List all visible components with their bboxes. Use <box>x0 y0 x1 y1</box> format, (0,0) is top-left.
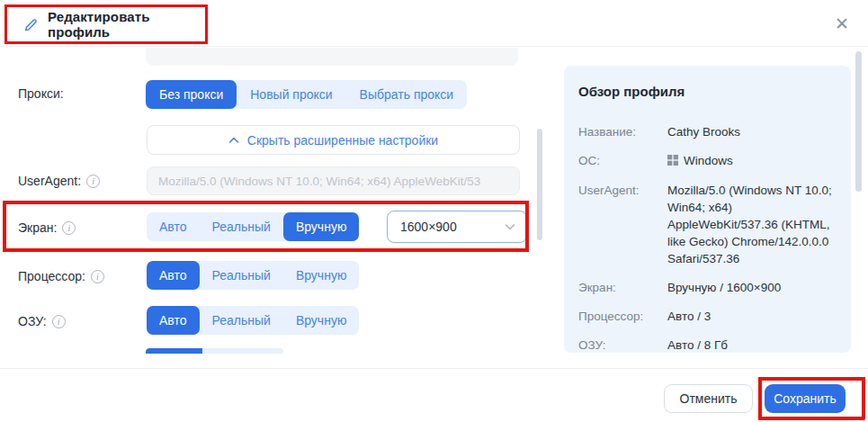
info-icon[interactable]: i <box>91 270 104 283</box>
ram-option-manual[interactable]: Вручную <box>283 306 360 335</box>
ram-option-real[interactable]: Реальный <box>200 306 283 335</box>
screen-label: Экран: i <box>18 220 76 235</box>
info-icon[interactable]: i <box>86 175 100 188</box>
resolution-value: 1600×900 <box>400 220 457 234</box>
cpu-label: Процессор: i <box>18 269 104 283</box>
form-scrollbar[interactable] <box>537 129 542 240</box>
scrolled-segmented-control-partial <box>146 348 283 354</box>
modal-scrollbar[interactable] <box>855 51 862 192</box>
scrolled-field-partial <box>146 48 518 66</box>
hide-advanced-settings-button[interactable]: Скрыть расширенные настройки <box>147 125 520 155</box>
cancel-button[interactable]: Отменить <box>664 384 753 413</box>
info-icon[interactable]: i <box>52 315 66 328</box>
close-icon[interactable]: ✕ <box>830 12 854 35</box>
profile-overview-panel: Обзор профиля Название: Cathy Brooks ОС:… <box>564 66 851 353</box>
useragent-input[interactable] <box>147 166 520 195</box>
annotation-box-title: Редактировать профиль <box>4 4 208 44</box>
cpu-segmented-control: Авто Реальный Вручную <box>147 261 359 290</box>
pencil-icon <box>23 17 39 32</box>
overview-row-name: Название: Cathy Brooks <box>578 123 835 140</box>
screen-option-manual[interactable]: Вручную <box>283 212 360 241</box>
save-button[interactable]: Сохранить <box>765 384 846 413</box>
ram-label: ОЗУ: i <box>18 314 66 328</box>
ram-segmented-control: Авто Реальный Вручную <box>147 306 359 335</box>
windows-icon <box>667 153 678 170</box>
proxy-label: Прокси: <box>18 86 64 101</box>
overview-row-screen: Экран: Вручную / 1600×900 <box>578 279 835 296</box>
screen-segmented-control: Авто Реальный Вручную <box>147 212 359 241</box>
overview-row-useragent: UserAgent: Mozilla/5.0 (Windows NT 10.0;… <box>578 182 835 267</box>
cpu-option-auto[interactable]: Авто <box>147 261 200 290</box>
proxy-option-select-proxy[interactable]: Выбрать прокси <box>346 80 468 109</box>
proxy-segmented-control: Без прокси Новый прокси Выбрать прокси <box>146 80 467 109</box>
overview-row-ram: ОЗУ: Авто / 8 Гб <box>578 337 835 354</box>
info-icon[interactable]: i <box>62 221 76 235</box>
screen-option-auto[interactable]: Авто <box>147 212 200 241</box>
chevron-up-icon <box>228 137 239 144</box>
resolution-dropdown[interactable]: 1600×900 <box>387 211 527 243</box>
useragent-label: UserAgent: i <box>18 174 100 188</box>
overview-row-os: ОС: Windows <box>578 152 835 170</box>
overview-title: Обзор профиля <box>578 84 835 99</box>
edit-profile-modal: Редактировать профиль ✕ Прокси: Без прок… <box>0 0 868 422</box>
header-divider <box>0 46 868 47</box>
cpu-option-manual[interactable]: Вручную <box>283 261 360 290</box>
proxy-option-new-proxy[interactable]: Новый прокси <box>237 80 345 109</box>
cpu-option-real[interactable]: Реальный <box>200 261 283 290</box>
os-value: Windows <box>684 154 733 167</box>
ram-option-auto[interactable]: Авто <box>147 306 200 335</box>
chevron-down-icon <box>505 223 515 230</box>
screen-option-real[interactable]: Реальный <box>200 212 283 241</box>
footer-divider <box>0 368 868 369</box>
proxy-option-no-proxy[interactable]: Без прокси <box>146 80 237 109</box>
overview-row-cpu: Процессор: Авто / 3 <box>578 308 835 325</box>
page-title: Редактировать профиль <box>48 9 205 40</box>
